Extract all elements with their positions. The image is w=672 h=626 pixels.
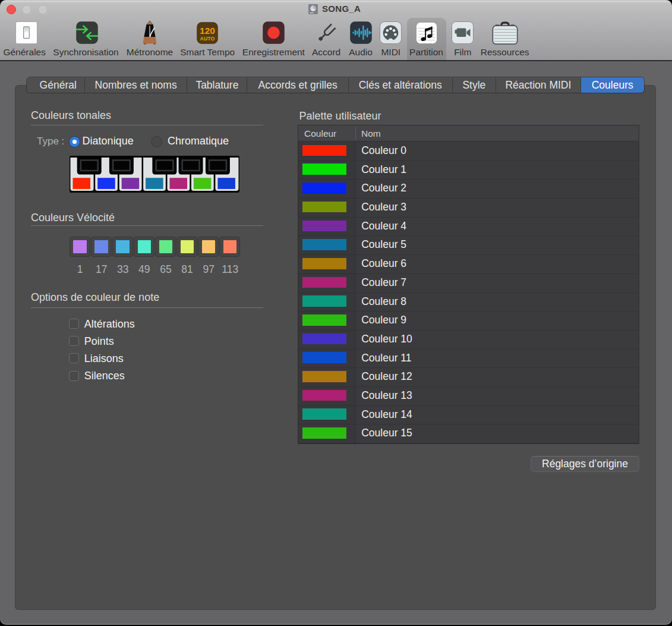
svg-text:120: 120: [200, 25, 215, 35]
svg-text:AUTO: AUTO: [200, 35, 215, 41]
